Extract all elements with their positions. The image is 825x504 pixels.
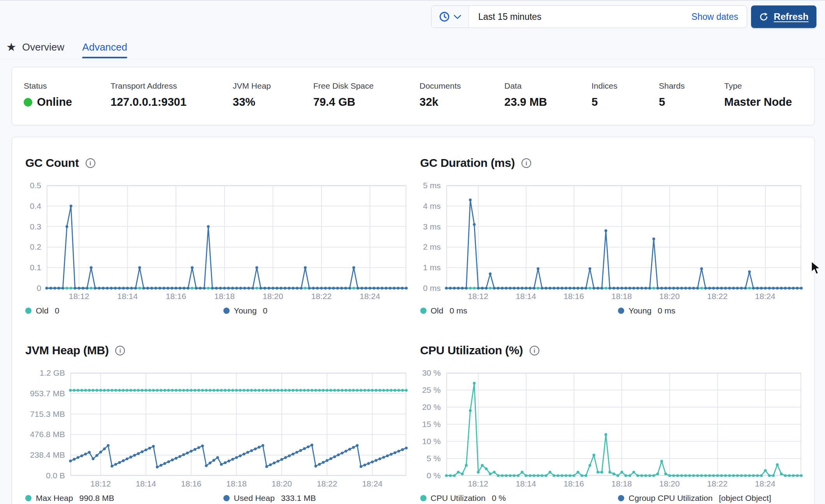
legend-item[interactable]: Young0 ms xyxy=(618,306,675,315)
y-axis-label: 0 xyxy=(37,284,41,293)
x-axis-label: 18:14 xyxy=(504,292,547,301)
y-axis-label: 0.4 xyxy=(30,201,41,211)
summary-item: Shards5 xyxy=(659,81,685,108)
info-icon[interactable]: i xyxy=(86,158,95,168)
summary-item-label: Status xyxy=(24,81,72,91)
y-axis: 00.10.20.30.40.5 xyxy=(25,186,47,288)
legend-item[interactable]: Used Heap333.1 MB xyxy=(223,494,316,503)
tab-bar: ★ Overview Advanced xyxy=(6,38,127,56)
legend-marker xyxy=(25,308,32,314)
y-axis-label: 953.7 MB xyxy=(30,389,65,398)
y-axis-label: 1 ms xyxy=(423,263,441,272)
info-icon[interactable]: i xyxy=(521,158,531,168)
y-axis-label: 0.5 xyxy=(30,181,41,190)
summary-value-text: 5 xyxy=(659,96,665,108)
summary-value-text: 33% xyxy=(233,96,255,108)
x-axis-label: 18:16 xyxy=(154,292,197,301)
chart-legend: CPU Utilization0 %Cgroup CPU Utilization… xyxy=(420,494,801,503)
y-axis: 0 %5 %10 %15 %20 %25 %30 % xyxy=(420,373,446,476)
summary-item: Indices5 xyxy=(592,81,618,108)
series-line xyxy=(446,383,801,476)
y-axis-label: 20 % xyxy=(422,402,441,412)
info-icon[interactable]: i xyxy=(115,346,125,355)
summary-item: StatusOnline xyxy=(24,81,72,108)
legend-item[interactable]: Old0 xyxy=(25,306,223,315)
y-axis: 0.0 B238.4 MB476.8 MB715.3 MB953.7 MB1.2… xyxy=(25,373,70,476)
y-axis-label: 30 % xyxy=(422,368,441,378)
chart-body: 0 ms1 ms2 ms3 ms4 ms5 ms18:1218:1418:161… xyxy=(420,186,801,305)
y-axis-label: 1.2 GB xyxy=(40,368,65,378)
summary-value-text: Online xyxy=(37,96,72,108)
chart-title-row: JVM Heap (MB)i xyxy=(25,343,406,357)
chart-title-row: GC Duration (ms)i xyxy=(420,156,801,170)
chart-plot xyxy=(47,186,406,288)
x-axis-label: 18:18 xyxy=(215,479,258,488)
legend-marker xyxy=(223,308,230,314)
y-axis-label: 0.3 xyxy=(30,222,41,231)
y-axis-label: 10 % xyxy=(422,437,441,446)
y-axis-label: 238.4 MB xyxy=(30,450,65,460)
legend-item[interactable]: Young0 xyxy=(223,306,267,315)
x-axis-label: 18:20 xyxy=(648,479,691,488)
x-axis-label: 18:14 xyxy=(106,292,149,301)
refresh-button[interactable]: Refresh xyxy=(751,5,816,28)
show-dates-link[interactable]: Show dates xyxy=(692,12,747,22)
x-axis-label: 18:22 xyxy=(696,479,739,488)
x-axis-label: 18:24 xyxy=(744,292,786,301)
x-axis-label: 18:22 xyxy=(305,479,348,488)
tabbar-divider xyxy=(0,59,825,60)
x-axis-label: 18:16 xyxy=(552,292,595,301)
summary-item-label: JVM Heap xyxy=(233,81,271,91)
summary-value-text: 5 xyxy=(592,96,598,108)
legend-item[interactable]: Max Heap990.8 MB xyxy=(25,494,223,503)
summary-item: Documents32k xyxy=(420,81,461,108)
clock-icon xyxy=(439,11,450,22)
summary-item-value: 33% xyxy=(233,96,271,108)
x-axis-label: 18:24 xyxy=(351,479,394,488)
summary-item-label: Shards xyxy=(659,81,685,91)
legend-value: 333.1 MB xyxy=(281,494,316,503)
tab-advanced[interactable]: Advanced xyxy=(82,41,127,53)
star-icon[interactable]: ★ xyxy=(6,42,16,53)
y-axis-label: 4 ms xyxy=(423,201,441,211)
summary-value-text: 32k xyxy=(420,96,438,108)
chart-title: GC Count xyxy=(25,156,79,170)
chart-plot xyxy=(446,373,801,476)
chart-title: CPU Utilization (%) xyxy=(420,344,523,357)
legend-marker xyxy=(618,495,624,501)
tab-overview[interactable]: ★ Overview xyxy=(6,41,64,53)
chevron-down-icon xyxy=(453,14,462,19)
x-axis-label: 18:12 xyxy=(79,479,122,488)
refresh-icon xyxy=(759,12,769,22)
x-axis-label: 18:18 xyxy=(600,292,643,301)
chart-gc-duration: GC Duration (ms)i0 ms1 ms2 ms3 ms4 ms5 m… xyxy=(420,156,801,315)
summary-item: Free Disk Space79.4 GB xyxy=(313,81,374,108)
legend-item[interactable]: CPU Utilization0 % xyxy=(420,494,618,503)
x-axis: 18:1218:1418:1618:1818:2018:2218:24 xyxy=(446,288,801,305)
chart-cpu-utilization: CPU Utilization (%)i0 %5 %10 %15 %20 %25… xyxy=(420,343,801,503)
summary-item-value: 79.4 GB xyxy=(313,96,374,108)
x-axis: 18:1218:1418:1618:1818:2018:2218:24 xyxy=(446,476,801,493)
y-axis-label: 0.0 B xyxy=(46,471,65,480)
legend-label: Old xyxy=(36,306,49,315)
chart-legend: Old0Young0 xyxy=(25,306,406,315)
summary-item-value: 127.0.0.1:9301 xyxy=(111,96,186,108)
info-icon[interactable]: i xyxy=(530,346,539,355)
legend-item[interactable]: Cgroup CPU Utilization[object Object] xyxy=(618,494,771,503)
summary-item-label: Type xyxy=(724,81,792,91)
summary-item-label: Documents xyxy=(420,81,461,91)
legend-value: 0 ms xyxy=(449,306,467,315)
super-date-picker: Last 15 minutes Show dates xyxy=(431,5,747,28)
legend-item[interactable]: Old0 ms xyxy=(420,306,618,315)
time-range-value[interactable]: Last 15 minutes xyxy=(469,12,692,22)
chart-title-row: CPU Utilization (%)i xyxy=(420,343,801,357)
chart-body: 00.10.20.30.40.518:1218:1418:1618:1818:2… xyxy=(25,186,406,305)
x-axis-label: 18:22 xyxy=(696,292,739,301)
x-axis-label: 18:14 xyxy=(504,479,547,488)
time-quick-select-button[interactable] xyxy=(432,6,469,28)
legend-label: CPU Utilization xyxy=(431,494,486,503)
summary-item: JVM Heap33% xyxy=(233,81,271,108)
y-axis-label: 3 ms xyxy=(423,222,441,231)
legend-value: 0 ms xyxy=(658,306,676,315)
summary-item-value: 5 xyxy=(659,96,685,108)
